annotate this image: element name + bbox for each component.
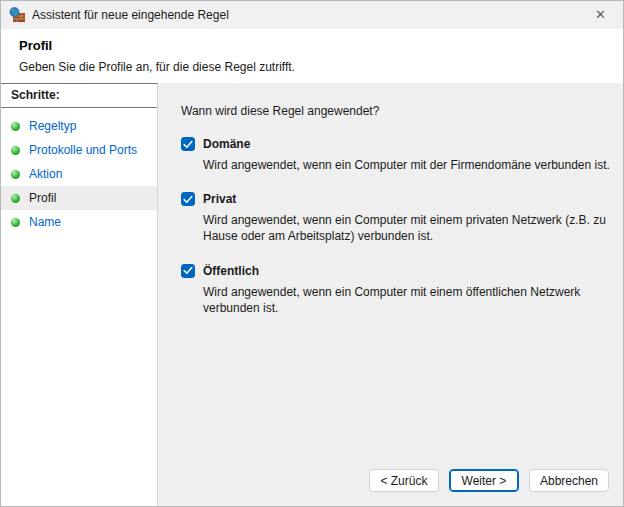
private-checkbox[interactable] [181, 192, 195, 206]
main-panel: Wann wird diese Regel angewendet? Domäne… [158, 83, 623, 507]
sidebar-item-regeltyp[interactable]: Regeltyp [1, 114, 157, 138]
step-bullet-icon [11, 170, 20, 179]
wizard-window: Assistent für neue eingehende Regel ✕ Pr… [0, 0, 624, 507]
steps-heading: Schritte: [1, 84, 157, 108]
private-checkbox-label[interactable]: Privat [203, 192, 236, 206]
sidebar-item-label: Name [29, 215, 61, 229]
sidebar-item-label: Protokolle und Ports [29, 143, 137, 157]
sidebar-item-profil[interactable]: Profil [1, 186, 157, 210]
back-button[interactable]: < Zurück [369, 469, 439, 492]
profile-option-public: Öffentlich Wird angewendet, wenn ein Com… [181, 264, 623, 316]
sidebar-item-label: Profil [29, 191, 56, 205]
cancel-button[interactable]: Abbrechen [529, 469, 609, 492]
step-bullet-icon [11, 122, 20, 131]
close-icon: ✕ [595, 7, 606, 22]
window-title: Assistent für neue eingehende Regel [32, 8, 578, 22]
page-subtitle: Geben Sie die Profile an, für die diese … [19, 60, 605, 74]
private-description: Wird angewendet, wenn ein Computer mit e… [203, 212, 623, 244]
step-bullet-icon [11, 194, 20, 203]
titlebar: Assistent für neue eingehende Regel ✕ [1, 1, 623, 29]
page-title: Profil [19, 38, 605, 53]
wizard-header: Profil Geben Sie die Profile an, für die… [1, 29, 623, 83]
domain-checkbox[interactable] [181, 137, 195, 151]
public-checkbox[interactable] [181, 264, 195, 278]
step-bullet-icon [11, 146, 20, 155]
profile-option-domain: Domäne Wird angewendet, wenn ein Compute… [181, 137, 623, 173]
wizard-body: Schritte: Regeltyp Protokolle und Ports … [1, 83, 623, 507]
check-icon [183, 195, 193, 204]
close-button[interactable]: ✕ [578, 1, 623, 29]
profile-option-private: Privat Wird angewendet, wenn ein Compute… [181, 192, 623, 244]
domain-checkbox-label[interactable]: Domäne [203, 137, 250, 151]
check-icon [183, 266, 193, 275]
public-checkbox-label[interactable]: Öffentlich [203, 264, 259, 278]
sidebar-item-aktion[interactable]: Aktion [1, 162, 157, 186]
step-bullet-icon [11, 218, 20, 227]
steps-sidebar: Schritte: Regeltyp Protokolle und Ports … [1, 83, 158, 507]
footer-buttons: < Zurück Weiter > Abbrechen [369, 469, 609, 492]
sidebar-item-name[interactable]: Name [1, 210, 157, 234]
domain-description: Wird angewendet, wenn ein Computer mit d… [203, 157, 623, 173]
sidebar-item-label: Aktion [29, 167, 62, 181]
firewall-icon [9, 7, 26, 23]
question-text: Wann wird diese Regel angewendet? [181, 104, 623, 118]
check-icon [183, 140, 193, 149]
next-button[interactable]: Weiter > [449, 469, 519, 492]
sidebar-item-label: Regeltyp [29, 119, 76, 133]
sidebar-item-protokolle-und-ports[interactable]: Protokolle und Ports [1, 138, 157, 162]
steps-list: Regeltyp Protokolle und Ports Aktion Pro… [1, 108, 157, 234]
public-description: Wird angewendet, wenn ein Computer mit e… [203, 284, 623, 316]
